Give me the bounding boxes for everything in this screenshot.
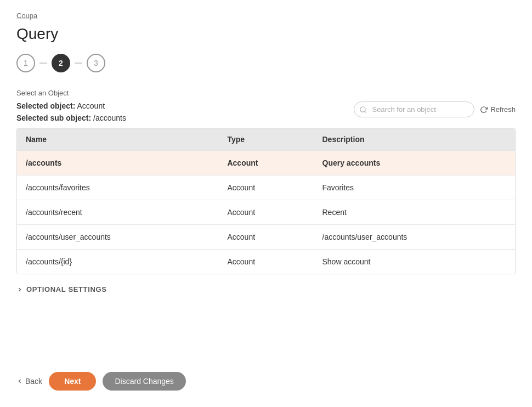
table-row[interactable]: /accounts/favoritesAccountFavorites bbox=[17, 176, 515, 200]
svg-point-0 bbox=[360, 106, 365, 111]
cell-description: Show account bbox=[314, 250, 516, 274]
cell-type: Account bbox=[218, 200, 313, 225]
refresh-button[interactable]: Refresh bbox=[480, 105, 516, 114]
table-row[interactable]: /accountsAccountQuery accounts bbox=[17, 151, 515, 176]
step-1[interactable]: 1 bbox=[16, 54, 35, 72]
col-description: Description bbox=[314, 128, 516, 151]
page-title: Query bbox=[16, 25, 516, 43]
selected-object-info: Selected object: Account bbox=[16, 101, 126, 110]
cell-name: /accounts/recent bbox=[17, 200, 218, 225]
table-header-row: Name Type Description bbox=[17, 128, 515, 151]
stepper: 1 2 3 bbox=[16, 54, 516, 72]
next-button[interactable]: Next bbox=[49, 372, 96, 391]
discard-changes-button[interactable]: Discard Changes bbox=[103, 372, 185, 391]
cell-description: /accounts/user_accounts bbox=[314, 225, 516, 250]
step-3[interactable]: 3 bbox=[87, 54, 105, 72]
cell-description: Favorites bbox=[314, 176, 516, 200]
cell-type: Account bbox=[218, 225, 313, 250]
step-2[interactable]: 2 bbox=[52, 54, 70, 72]
selected-sub-object-info: Selected sub object: /accounts bbox=[16, 114, 126, 122]
search-box bbox=[354, 101, 474, 117]
table-row[interactable]: /accounts/recentAccountRecent bbox=[17, 200, 515, 225]
select-object-label: Select an Object bbox=[16, 89, 516, 97]
cell-description: Query accounts bbox=[314, 151, 516, 176]
search-icon bbox=[359, 106, 367, 114]
chevron-right-icon bbox=[16, 286, 23, 293]
col-name: Name bbox=[17, 128, 218, 151]
cell-description: Recent bbox=[314, 200, 516, 225]
table-row[interactable]: /accounts/user_accountsAccount/accounts/… bbox=[17, 225, 515, 250]
step-connector-2 bbox=[75, 63, 82, 64]
cell-type: Account bbox=[218, 250, 313, 274]
refresh-icon bbox=[480, 106, 488, 114]
back-button[interactable]: Back bbox=[16, 377, 42, 386]
col-type: Type bbox=[218, 128, 313, 151]
search-refresh-row: Refresh bbox=[354, 101, 516, 117]
svg-line-1 bbox=[365, 111, 366, 112]
cell-name: /accounts/user_accounts bbox=[17, 225, 218, 250]
footer-actions: Back Next Discard Changes bbox=[16, 372, 186, 391]
step-connector-1 bbox=[39, 63, 47, 64]
chevron-left-icon bbox=[16, 378, 23, 385]
breadcrumb-link[interactable]: Coupa bbox=[16, 12, 37, 20]
cell-name: /accounts bbox=[17, 151, 218, 176]
search-input[interactable] bbox=[354, 101, 474, 117]
cell-type: Account bbox=[218, 151, 313, 176]
cell-name: /accounts/{id} bbox=[17, 250, 218, 274]
table-row[interactable]: /accounts/{id}AccountShow account bbox=[17, 250, 515, 274]
cell-type: Account bbox=[218, 176, 313, 200]
objects-table: Name Type Description /accountsAccountQu… bbox=[16, 128, 516, 274]
cell-name: /accounts/favorites bbox=[17, 176, 218, 200]
optional-settings-toggle[interactable]: OPTIONAL SETTINGS bbox=[16, 285, 516, 293]
